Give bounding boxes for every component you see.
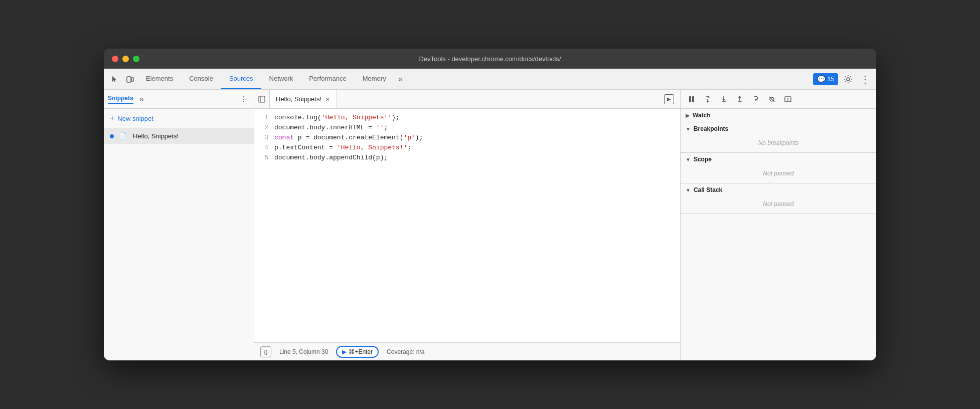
- minimize-button[interactable]: [122, 56, 129, 62]
- play-icon: ▶: [342, 348, 347, 355]
- format-code-button[interactable]: {}: [260, 346, 271, 357]
- snippets-sidebar: Snippets » ⋮ + New snippet 📄 Hello, Snip…: [104, 90, 254, 360]
- code-line-1: 1 console.log('Hello, Snippets!');: [254, 113, 680, 123]
- scope-section-header[interactable]: ▼ Scope: [681, 153, 876, 166]
- scope-label: Scope: [694, 156, 712, 163]
- editor-tab-hello-snippets[interactable]: Hello, Snippets! ×: [270, 90, 337, 108]
- tab-performance[interactable]: Performance: [301, 69, 354, 89]
- snippet-name: Hello, Snippets!: [133, 132, 179, 140]
- breakpoints-section-header[interactable]: ▼ Breakpoints: [681, 122, 876, 135]
- svg-rect-0: [127, 77, 131, 82]
- main-tabs: Elements Console Sources Network Perform…: [138, 69, 812, 89]
- scope-collapse-icon: ▼: [686, 157, 691, 162]
- svg-rect-5: [689, 96, 691, 102]
- svg-rect-6: [692, 96, 694, 102]
- run-shortcut-button[interactable]: ▶ ⌘+Enter: [336, 346, 379, 358]
- device-toggle-icon[interactable]: [123, 72, 137, 86]
- pause-on-exceptions-button[interactable]: [781, 92, 795, 106]
- editor-statusbar: {} Line 5, Column 30 ▶ ⌘+Enter Coverage:…: [254, 342, 680, 360]
- devtools-window: DevTools - developer.chrome.com/docs/dev…: [104, 49, 876, 360]
- svg-rect-1: [131, 78, 133, 81]
- tab-memory[interactable]: Memory: [355, 69, 394, 89]
- new-snippet-label: New snippet: [117, 115, 153, 122]
- breakpoints-empty-text: No breakpoints: [681, 135, 876, 152]
- sidebar-overflow-button[interactable]: »: [137, 94, 146, 105]
- editor-tabs: Hello, Snippets! × ▶: [254, 90, 680, 109]
- devtools-body: Elements Console Sources Network Perform…: [104, 69, 876, 360]
- settings-icon[interactable]: [841, 72, 855, 86]
- watch-label: Watch: [693, 112, 711, 119]
- notifications-badge[interactable]: 💬 15: [813, 73, 838, 85]
- tab-console[interactable]: Console: [181, 69, 221, 89]
- call-stack-section: ▼ Call Stack Not paused: [681, 183, 876, 214]
- more-options-icon[interactable]: ⋮: [858, 72, 872, 86]
- snippet-file-icon: 📄: [119, 132, 127, 140]
- inspector-icon[interactable]: [108, 72, 122, 86]
- snippets-title: Snippets: [108, 95, 133, 104]
- step-over-button[interactable]: [701, 92, 715, 106]
- run-shortcut-label: ⌘+Enter: [349, 348, 373, 355]
- code-line-3: 3 const p = document.createElement('p');: [254, 133, 680, 143]
- watch-section-header[interactable]: ▶ Watch: [681, 109, 876, 122]
- call-stack-section-header[interactable]: ▼ Call Stack: [681, 183, 876, 196]
- breakpoints-section: ▼ Breakpoints No breakpoints: [681, 122, 876, 153]
- chat-icon: 💬: [817, 75, 826, 83]
- tabs-overflow-button[interactable]: »: [394, 69, 407, 89]
- editor-area: Hello, Snippets! × ▶ 1 console.log('Hell…: [254, 90, 681, 360]
- svg-marker-8: [706, 101, 709, 103]
- watch-section: ▶ Watch: [681, 109, 876, 122]
- main-content: Snippets » ⋮ + New snippet 📄 Hello, Snip…: [104, 90, 876, 360]
- svg-marker-10: [722, 99, 725, 101]
- call-stack-collapse-icon: ▼: [686, 187, 691, 193]
- code-line-2: 2 document.body.innerHTML = '';: [254, 123, 680, 133]
- sidebar-header: Snippets » ⋮: [104, 90, 254, 109]
- svg-point-20: [787, 100, 788, 101]
- toolbar-right: 💬 15 ⋮: [813, 72, 872, 86]
- svg-marker-15: [755, 99, 757, 101]
- new-snippet-button[interactable]: + New snippet: [104, 109, 254, 128]
- svg-rect-3: [259, 96, 265, 102]
- deactivate-breakpoints-button[interactable]: [765, 92, 779, 106]
- scope-section: ▼ Scope Not paused: [681, 153, 876, 183]
- breakpoints-collapse-icon: ▼: [686, 126, 691, 132]
- main-toolbar: Elements Console Sources Network Perform…: [104, 69, 876, 90]
- scope-not-paused-text: Not paused: [681, 166, 876, 183]
- window-title: DevTools - developer.chrome.com/docs/dev…: [419, 55, 561, 63]
- step-out-button[interactable]: [733, 92, 747, 106]
- tab-network[interactable]: Network: [261, 69, 301, 89]
- titlebar: DevTools - developer.chrome.com/docs/dev…: [104, 49, 876, 69]
- call-stack-label: Call Stack: [694, 186, 722, 193]
- run-icon: ▶: [664, 94, 674, 104]
- plus-icon: +: [110, 114, 114, 123]
- maximize-button[interactable]: [133, 56, 139, 62]
- editor-tab-label: Hello, Snippets!: [276, 95, 321, 103]
- tab-elements[interactable]: Elements: [138, 69, 181, 89]
- collapse-sidebar-button[interactable]: [254, 90, 270, 108]
- window-controls: [112, 56, 139, 62]
- snippet-item[interactable]: 📄 Hello, Snippets!: [104, 128, 254, 144]
- badge-count: 15: [828, 76, 834, 83]
- pause-button[interactable]: [685, 92, 699, 106]
- close-button[interactable]: [112, 56, 118, 62]
- coverage-label: Coverage: n/a: [387, 348, 424, 355]
- sidebar-menu-button[interactable]: ⋮: [238, 93, 250, 105]
- breakpoints-label: Breakpoints: [694, 125, 728, 132]
- watch-collapse-icon: ▶: [686, 113, 690, 118]
- svg-point-2: [847, 78, 850, 81]
- snippet-status-dot: [110, 134, 114, 138]
- step-into-button[interactable]: [717, 92, 731, 106]
- step-button[interactable]: [749, 92, 763, 106]
- cursor-position: Line 5, Column 30: [279, 348, 328, 355]
- run-snippet-button[interactable]: ▶: [658, 90, 680, 108]
- debugger-toolbar: [681, 90, 876, 109]
- editor-tab-close-button[interactable]: ×: [324, 94, 331, 104]
- tab-sources[interactable]: Sources: [221, 69, 261, 89]
- call-stack-not-paused-text: Not paused: [681, 196, 876, 214]
- right-panel: ▶ Watch ▼ Breakpoints No breakpoints ▼: [681, 90, 876, 360]
- code-editor[interactable]: 1 console.log('Hello, Snippets!'); 2 doc…: [254, 109, 680, 342]
- code-line-4: 4 p.textContent = 'Hello, Snippets!';: [254, 143, 680, 153]
- code-line-5: 5 document.body.appendChild(p);: [254, 153, 680, 163]
